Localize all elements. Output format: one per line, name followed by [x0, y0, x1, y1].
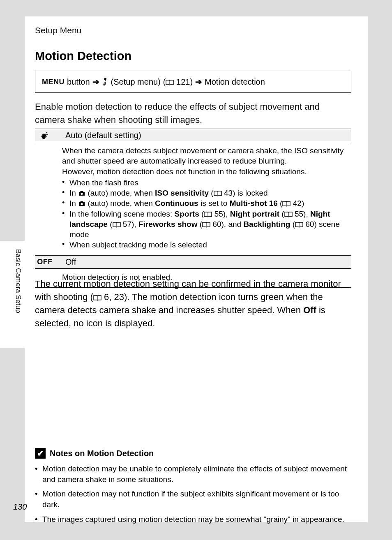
options-table: Auto (default setting) When the camera d…	[35, 129, 351, 288]
page-title: Motion Detection	[35, 49, 131, 63]
nav-text: button	[67, 77, 90, 87]
nav-ref: ( 121)	[163, 77, 193, 87]
bullet-item: In (auto) mode, when ISO sensitivity ( 4…	[62, 188, 348, 198]
menu-button-label: MENU	[42, 78, 65, 86]
page: Setup Menu Motion Detection MENU button …	[0, 0, 392, 540]
bullet-item: When the flash fires	[62, 178, 348, 188]
arrow-icon: ➔	[92, 77, 99, 87]
note-item: Motion detection may not function if the…	[35, 489, 355, 510]
notes-heading: ✔ Notes on Motion Detection	[35, 448, 355, 459]
wrench-icon	[102, 78, 108, 85]
option-auto-label: Auto (default setting)	[65, 131, 141, 140]
book-icon	[202, 222, 210, 228]
book-icon	[113, 222, 121, 228]
check-icon: ✔	[35, 448, 46, 459]
breadcrumb-box: MENU button ➔ (Setup menu) ( 121) ➔ Moti…	[35, 71, 351, 93]
auto-desc: However, motion detection does not funct…	[62, 166, 348, 177]
book-icon	[204, 212, 212, 217]
auto-desc: When the camera detects subject movement…	[62, 145, 348, 166]
bullet-item: In the following scene modes: Sports ( 5…	[62, 209, 348, 240]
bullet-item: When subject tracking mode is selected	[62, 240, 348, 250]
nav-text: Motion detection	[205, 77, 265, 87]
book-icon	[284, 212, 293, 217]
note-item: The images captured using motion detecti…	[35, 514, 355, 525]
confirmation-paragraph: The current motion detection setting can…	[35, 277, 351, 330]
hand-shake-icon	[39, 132, 51, 139]
book-icon	[93, 295, 101, 301]
book-icon	[282, 201, 291, 207]
book-icon	[166, 80, 174, 85]
option-auto-body: When the camera detects subject movement…	[35, 142, 351, 255]
bullet-item: In (auto) mode, when Continuous is set t…	[62, 198, 348, 208]
notes-title: Notes on Motion Detection	[50, 449, 154, 458]
svg-point-1	[81, 193, 83, 195]
book-icon	[295, 222, 303, 228]
option-off-header: OFF Off	[35, 255, 351, 269]
book-icon	[214, 191, 222, 196]
off-symbol: OFF	[39, 258, 51, 266]
notes-section: ✔ Notes on Motion Detection Motion detec…	[35, 448, 355, 528]
camera-icon	[78, 191, 85, 196]
intro-paragraph: Enable motion detection to reduce the ef…	[35, 100, 351, 127]
option-auto-header: Auto (default setting)	[35, 129, 351, 142]
option-off-label: Off	[65, 257, 76, 267]
side-section-label: Basic Camera Setup	[14, 249, 22, 313]
page-ref: 121	[176, 77, 190, 86]
note-item: Motion detection may be unable to comple…	[35, 464, 355, 485]
section-header: Setup Menu	[35, 25, 81, 35]
svg-point-3	[81, 203, 83, 205]
page-number: 130	[13, 502, 27, 512]
arrow-icon: ➔	[195, 77, 202, 87]
nav-text: (Setup menu)	[111, 77, 161, 87]
camera-icon	[78, 201, 85, 207]
